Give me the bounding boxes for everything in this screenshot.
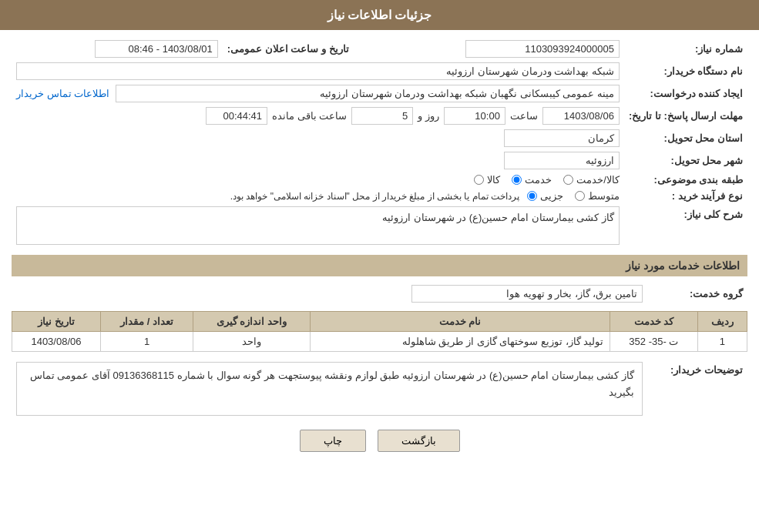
purchase-type-jozi[interactable]: جزیی	[527, 190, 563, 202]
action-buttons: بازگشت چاپ	[12, 430, 747, 452]
buyer-notes-value: گاز کشی بیمارستان امام حسین(ع) در شهرستا…	[16, 362, 643, 416]
need-number-value: 1103093924000005	[465, 40, 620, 58]
services-table: ردیف کد خدمت نام خدمت واحد اندازه گیری ت…	[12, 311, 747, 352]
city-value: ارزوئیه	[504, 152, 620, 169]
buyer-notes-table: توضیحات خریدار: گاز کشی بیمارستان امام ح…	[12, 360, 747, 418]
col-row-num: ردیف	[697, 312, 747, 332]
print-button[interactable]: چاپ	[300, 430, 366, 452]
deadline-time-label: ساعت	[510, 110, 538, 122]
deadline-remaining-label: ساعت باقی مانده	[272, 110, 347, 122]
purchase-type-note: پرداخت تمام یا بخشی از مبلغ خریدار از مح…	[230, 191, 519, 202]
service-group-value: تامین برق، گاز، بخار و تهویه هوا	[411, 285, 643, 303]
purchase-type-motavaset[interactable]: متوسط	[575, 190, 620, 202]
province-value: کرمان	[504, 129, 620, 147]
category-option-khedmat[interactable]: خدمت	[512, 174, 552, 186]
deadline-date: 1403/08/06	[542, 107, 620, 125]
page-header: جزئیات اطلاعات نیاز	[0, 0, 759, 30]
back-button[interactable]: بازگشت	[378, 430, 460, 452]
deadline-time: 10:00	[444, 107, 505, 125]
need-number-label: شماره نیاز:	[624, 38, 747, 60]
col-service-code: کد خدمت	[610, 312, 697, 332]
buyer-org-label: نام دستگاه خریدار:	[624, 60, 747, 82]
main-info-table: شماره نیاز: 1103093924000005 تاریخ و ساع…	[12, 38, 747, 247]
col-date: تاریخ نیاز	[12, 312, 101, 332]
deadline-days-label: روز و	[418, 110, 439, 122]
deadline-days: 5	[351, 107, 413, 125]
deadline-label: مهلت ارسال پاسخ: تا تاریخ:	[624, 105, 747, 127]
buyer-org-value: شبکه بهداشت ودرمان شهرستان ارزوئیه	[16, 62, 620, 80]
category-label: طبقه بندی موضوعی:	[624, 172, 747, 188]
buyer-notes-label: توضیحات خریدار:	[647, 360, 747, 418]
creator-value: مینه عمومی کیبسکانی نگهبان شبکه بهداشت و…	[116, 85, 620, 102]
purchase-type-label: نوع فرآیند خرید :	[624, 188, 747, 204]
category-option-kala[interactable]: کالا	[474, 174, 500, 186]
service-group-label: گروه خدمت:	[647, 283, 747, 305]
announce-value: 1403/08/01 - 08:46	[95, 40, 218, 58]
page-title: جزئیات اطلاعات نیاز	[327, 8, 432, 22]
announce-label: تاریخ و ساعت اعلان عمومی:	[223, 38, 364, 60]
description-label: شرح کلی نیاز:	[624, 204, 747, 247]
category-option-kala-khedmat[interactable]: کالا/خدمت	[563, 174, 620, 186]
table-row: 1ت -35- 352تولید گاز، توزیع سوختهای گازی…	[12, 332, 747, 352]
province-label: استان محل تحویل:	[624, 127, 747, 149]
service-group-table: گروه خدمت: تامین برق، گاز، بخار و تهویه …	[12, 283, 747, 305]
col-unit: واحد اندازه گیری	[193, 312, 311, 332]
col-quantity: تعداد / مقدار	[100, 312, 193, 332]
deadline-remaining: 00:44:41	[206, 107, 267, 125]
city-label: شهر محل تحویل:	[624, 149, 747, 172]
description-value: گاز کشی بیمارستان امام حسین(ع) در شهرستا…	[16, 206, 620, 245]
col-service-name: نام خدمت	[310, 312, 610, 332]
creator-contact-link[interactable]: اطلاعات تماس خریدار	[16, 88, 109, 99]
creator-label: ایجاد کننده درخواست:	[624, 82, 747, 105]
services-section-title: اطلاعات خدمات مورد نیاز	[12, 255, 747, 276]
